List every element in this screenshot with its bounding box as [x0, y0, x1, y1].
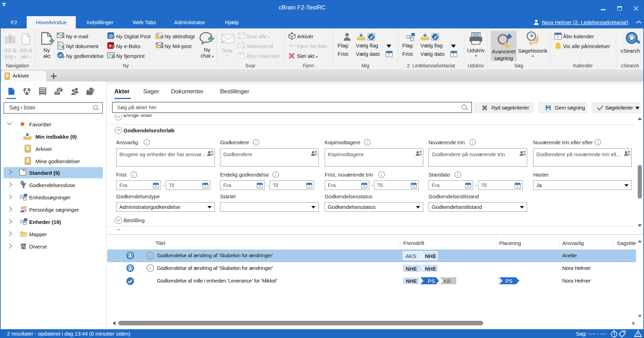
svg-text:i: i	[146, 140, 147, 145]
svg-text:7: 7	[240, 55, 241, 58]
svg-text:7: 7	[259, 185, 260, 188]
svg-text:i: i	[255, 140, 257, 145]
svg-text:e: e	[109, 43, 112, 48]
svg-text:i: i	[367, 140, 368, 145]
svg-text:i: i	[381, 172, 382, 177]
svg-text:i: i	[472, 140, 473, 145]
svg-text:7: 7	[557, 35, 559, 39]
svg-text:i: i	[150, 266, 151, 271]
svg-text:7: 7	[452, 53, 454, 57]
svg-text:7: 7	[517, 185, 518, 188]
svg-text:i: i	[275, 172, 276, 177]
svg-text:A: A	[59, 43, 61, 47]
svg-text:i: i	[597, 140, 598, 145]
svg-text:7: 7	[308, 185, 310, 188]
svg-text:7: 7	[204, 185, 206, 188]
svg-text:i: i	[457, 172, 458, 177]
svg-text:7: 7	[467, 185, 469, 188]
svg-text:7: 7	[413, 185, 414, 188]
svg-text:7: 7	[388, 53, 390, 57]
svg-text:i: i	[150, 253, 151, 259]
svg-text:i: i	[133, 172, 134, 177]
svg-text:7: 7	[155, 185, 157, 188]
svg-text:7: 7	[363, 185, 365, 188]
svg-text:@: @	[109, 33, 113, 39]
